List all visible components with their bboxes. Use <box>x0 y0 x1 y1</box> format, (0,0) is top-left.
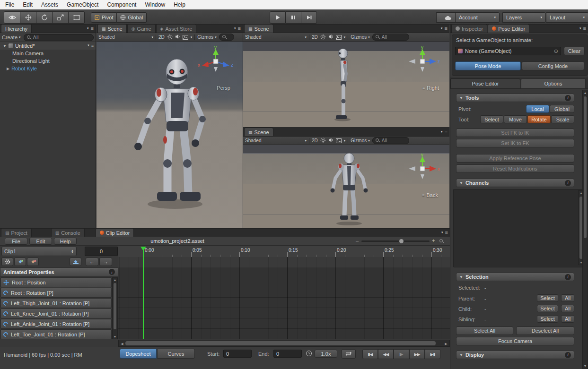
zoom-minus[interactable]: – <box>356 238 359 243</box>
focus-camera-button[interactable]: Focus Camera <box>456 337 574 345</box>
orientation-gizmo[interactable]: y z <box>404 44 441 76</box>
tab-inspector[interactable]: Inspector <box>451 24 487 33</box>
pivot-toggle-button[interactable]: Pivot <box>91 12 117 23</box>
panel-menu-icon[interactable]: ≡ <box>445 129 448 134</box>
select-tool-button[interactable]: Select <box>480 115 503 123</box>
timeline-hscrollbar[interactable]: ◀ ▶ <box>118 340 450 347</box>
panel-menu-icon[interactable]: ≡ <box>445 230 448 235</box>
play-button[interactable] <box>270 11 286 24</box>
rotate-tool-button-pe[interactable]: Rotate <box>527 115 551 123</box>
caret-down-icon[interactable]: ▾ <box>579 26 581 30</box>
scene-search-input[interactable]: All <box>372 137 409 144</box>
effects-dropdown[interactable]: ▾ <box>336 138 346 143</box>
tab-hierarchy[interactable]: Hierarchy <box>1 24 32 33</box>
child-all-button[interactable]: All <box>561 305 574 312</box>
subtab-options[interactable]: Options <box>521 78 586 88</box>
tab-console[interactable]: ▥Console <box>51 228 85 237</box>
dopesheet-tab[interactable]: Dopesheet <box>120 349 157 359</box>
shaded-dropdown[interactable]: Shaded▾ <box>245 34 307 40</box>
frame-field[interactable]: 0 <box>85 247 118 256</box>
hierarchy-search-input[interactable]: All <box>24 34 94 41</box>
scroll-down-icon[interactable]: ▼ <box>113 335 117 338</box>
start-field[interactable]: 0 <box>223 350 252 358</box>
property-row-root-rotation[interactable]: Root : Rotation [P] <box>0 288 112 298</box>
lighting-toggle[interactable] <box>167 34 173 41</box>
caret-down-icon[interactable]: ▾ <box>88 43 89 48</box>
gizmos-dropdown[interactable]: Gizmos▾ <box>351 34 369 40</box>
menu-window[interactable]: Window <box>140 0 169 9</box>
gizmos-dropdown[interactable]: Gizmos▾ <box>197 34 216 40</box>
lighting-toggle[interactable] <box>320 137 326 144</box>
caret-down-icon[interactable]: ▾ <box>87 26 89 30</box>
scene-search-input[interactable] <box>219 34 234 41</box>
info-icon[interactable]: i <box>565 95 571 101</box>
child-select-button[interactable]: Select <box>537 305 558 312</box>
property-row-left-knee[interactable]: Left_Knee_Joint_01 : Rotation [P] <box>0 309 112 318</box>
orientation-gizmo[interactable]: y x <box>404 152 441 183</box>
info-icon[interactable]: i <box>565 274 571 280</box>
parent-select-button[interactable]: Select <box>537 294 558 302</box>
scroll-left-icon[interactable]: ◀ <box>120 342 124 346</box>
gameobject-field[interactable]: None (GameObject) ⊙ <box>455 47 561 55</box>
audio-toggle[interactable] <box>175 34 180 40</box>
global-button[interactable]: Global <box>550 105 574 113</box>
scene-main-viewport[interactable]: y x z Persp <box>97 42 243 228</box>
scroll-up-icon[interactable]: ▲ <box>113 278 117 282</box>
zoom-search-icon[interactable] <box>439 239 444 243</box>
sibling-select-button[interactable]: Select <box>537 315 558 323</box>
add-keyframe-button[interactable] <box>14 257 26 266</box>
tab-scene[interactable]: ▦Scene <box>244 128 273 136</box>
account-dropdown[interactable]: Account▾ <box>455 12 500 23</box>
info-icon[interactable]: i <box>565 352 571 358</box>
2d-toggle[interactable]: 2D <box>312 138 318 143</box>
menu-gameobject[interactable]: GameObject <box>62 0 103 9</box>
rotate-tool-button[interactable] <box>36 11 53 24</box>
shaded-dropdown[interactable]: Shaded▾ <box>245 138 307 143</box>
move-tool-button-pe[interactable]: Move <box>504 115 527 123</box>
play-clip-button[interactable]: ▶ <box>394 349 409 359</box>
prev-key-button[interactable]: ◀◀ <box>378 349 394 359</box>
tools-section-header[interactable]: ▼ Tools i <box>456 94 574 102</box>
view-tool-button[interactable] <box>4 11 20 24</box>
dopesheet-grid[interactable] <box>118 267 450 339</box>
view-label-right[interactable]: ≡Right <box>422 85 439 91</box>
properties-scrollbar[interactable]: ▲ ▼ <box>112 277 118 339</box>
scrollbar-thumb[interactable] <box>114 283 116 329</box>
caret-down-icon[interactable]: ▾ <box>441 231 443 234</box>
scrollbar-thumb[interactable] <box>584 96 587 238</box>
timeline-ruler[interactable]: 0:00 0:05 0:10 0:15 0:20 0:25 0:30 <box>118 246 450 257</box>
go-to-end-button[interactable]: ▶▮ <box>425 349 440 359</box>
global-toggle-button[interactable]: Global <box>117 12 147 23</box>
end-field[interactable]: 0 <box>273 350 302 358</box>
property-row-left-toe[interactable]: Left_Toe_Joint_01 : Rotation [P] <box>0 329 112 339</box>
rect-tool-button[interactable] <box>69 11 85 24</box>
caret-down-icon[interactable]: ▾ <box>441 26 443 30</box>
menu-file[interactable]: File <box>1 0 18 9</box>
tab-pose-editor[interactable]: Pose Editor <box>488 24 529 33</box>
subtab-pose-editor[interactable]: Pose Editor <box>450 78 520 88</box>
clip-edit-menu[interactable]: Edit <box>29 238 52 245</box>
inspector-scrollbar[interactable]: ▲ ▼ <box>582 90 588 369</box>
hierarchy-item-directional-light[interactable]: Directional Light <box>0 57 96 65</box>
property-row-root-position[interactable]: Root : Position <box>0 277 112 287</box>
menu-assets[interactable]: Assets <box>37 0 62 9</box>
scrollbar-thumb[interactable] <box>125 341 436 345</box>
clip-help-menu[interactable]: Help <box>54 238 77 245</box>
scale-tool-button[interactable] <box>53 11 69 24</box>
delete-keyframe-button[interactable] <box>27 257 39 266</box>
view-label-back[interactable]: ≡Back <box>422 192 438 198</box>
step-button[interactable] <box>301 11 317 24</box>
display-section-header[interactable]: ▼ Display i <box>456 351 574 359</box>
hierarchy-item-robot-kyle[interactable]: ▶ Robot Kyle <box>0 65 96 72</box>
2d-toggle[interactable]: 2D <box>312 34 318 40</box>
shaded-dropdown[interactable]: Shaded▾ <box>98 34 153 40</box>
caret-down-icon[interactable]: ▾ <box>441 130 443 134</box>
channels-section-header[interactable]: ▼ Channels i <box>456 179 574 187</box>
panel-menu-icon[interactable]: ≡ <box>91 26 94 31</box>
object-picker-icon[interactable]: ⊙ <box>554 48 558 54</box>
scene-menu-icon[interactable]: ≡ <box>91 43 94 48</box>
selection-section-header[interactable]: ▼ Selection i <box>456 273 574 281</box>
scene-right-viewport[interactable]: y z ≡Right <box>243 42 449 127</box>
marker-strip[interactable] <box>118 257 450 268</box>
robot-model-persp[interactable] <box>121 54 230 227</box>
